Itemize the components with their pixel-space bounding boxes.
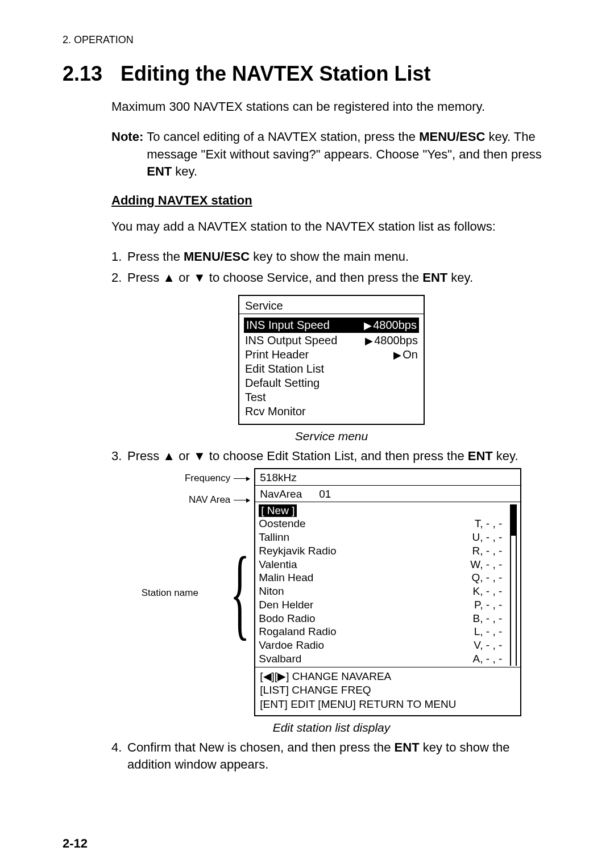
step-text: Press ▲ or ▼ to choose Edit Station List… — [127, 449, 468, 463]
station-name: Den Helder — [259, 598, 313, 612]
service-label: INS Input Speed — [246, 319, 363, 332]
station-name: Tallinn — [259, 531, 289, 544]
step-key: ENT — [468, 449, 493, 463]
station-row[interactable]: ValentiaW, - , - — [259, 558, 508, 571]
navarea-label: NavArea — [260, 488, 302, 500]
station-list: [ New ] OostendeT, - , - TallinnU, - , -… — [259, 504, 508, 665]
station-name: Reykjavik Radio — [259, 544, 336, 558]
station-name: Valentia — [259, 558, 297, 571]
new-station-item[interactable]: [ New ] — [259, 504, 297, 517]
service-row-test[interactable]: Test — [244, 391, 419, 404]
station-row[interactable]: Vardoe RadioV, - , - — [259, 639, 508, 652]
nav-area-label: NAV Area — [189, 494, 230, 506]
edit-labels-column: Frequency NAV Area Station name { — [142, 468, 250, 716]
step-3: 3. Press ▲ or ▼ to choose Edit Station L… — [111, 448, 551, 465]
service-menu-caption: Service menu — [111, 429, 551, 443]
station-row[interactable]: OostendeT, - , - — [259, 517, 508, 531]
station-code: W, - , - — [470, 558, 502, 571]
step-1: 1. Press the MENU/ESC key to show the ma… — [111, 248, 551, 266]
station-row[interactable]: Malin HeadQ, - , - — [259, 571, 508, 585]
service-row-print-header[interactable]: Print Header ▶ On — [244, 348, 419, 361]
step-4: 4. Confirm that New is chosen, and then … — [111, 739, 551, 774]
step-text: Press the — [127, 249, 184, 264]
section-title: Editing the NAVTEX Station List — [121, 62, 430, 86]
station-code: R, - , - — [472, 544, 503, 558]
adding-intro: You may add a NAVTEX station to the NAVT… — [111, 218, 551, 236]
station-row[interactable]: SvalbardA, - , - — [259, 652, 508, 666]
station-name: Rogaland Radio — [259, 625, 336, 639]
service-label: Rcv Monitor — [245, 405, 418, 418]
step-text: Press ▲ or ▼ to choose Service, and then… — [127, 270, 422, 285]
step-number: 4. — [111, 739, 127, 774]
station-name: Vardoe Radio — [259, 639, 324, 652]
step-text: key. — [493, 449, 518, 463]
note-key-ent: ENT — [147, 164, 172, 178]
step-key: ENT — [395, 740, 420, 754]
steps-list-cont: 3. Press ▲ or ▼ to choose Edit Station L… — [111, 448, 551, 465]
service-menu-box: Service INS Input Speed ▶ 4800bps INS Ou… — [238, 295, 425, 425]
service-menu-title: Service — [239, 296, 424, 314]
station-code: A, - , - — [473, 652, 503, 666]
step-key: MENU/ESC — [184, 249, 250, 264]
service-label: INS Output Speed — [245, 334, 364, 347]
station-code: V, - , - — [474, 639, 502, 652]
station-row[interactable]: TallinnU, - , - — [259, 531, 508, 544]
station-row[interactable]: Reykjavik RadioR, - , - — [259, 544, 508, 558]
station-name: Niton — [259, 585, 284, 598]
step-text: key to show the main menu. — [250, 249, 409, 264]
help-line-1: [◀][▶] CHANGE NAVAREA — [260, 670, 516, 684]
service-value: On — [403, 348, 418, 361]
station-row[interactable]: Rogaland RadioL, - , - — [259, 625, 508, 639]
station-code: K, - , - — [473, 585, 503, 598]
edit-display-caption: Edit station list display — [111, 721, 551, 735]
page-number: 2-12 — [63, 836, 551, 851]
station-name: Oostende — [259, 517, 305, 531]
service-label: Print Header — [245, 348, 392, 361]
station-name: Bodo Radio — [259, 612, 315, 625]
section-heading: 2.13 Editing the NAVTEX Station List — [63, 62, 551, 86]
station-code: B, - , - — [473, 612, 503, 625]
service-label: Default Setting — [245, 377, 418, 390]
station-code: U, - , - — [472, 531, 503, 544]
adding-heading: Adding NAVTEX station — [111, 193, 551, 208]
note-text-3: key. — [172, 164, 197, 178]
note-body: To cancel editing of a NAVTEX station, p… — [147, 128, 551, 181]
station-code: Q, - , - — [471, 571, 502, 585]
station-row[interactable]: Bodo RadioB, - , - — [259, 612, 508, 625]
step-number: 1. — [111, 248, 127, 266]
section-number: 2.13 — [63, 62, 102, 86]
note-paragraph: Note: To cancel editing of a NAVTEX stat… — [111, 128, 551, 181]
help-line-2: [LIST] CHANGE FREQ — [260, 683, 516, 698]
station-name-label: Station name — [142, 587, 198, 599]
station-name: Svalbard — [259, 652, 301, 666]
service-row-default-setting[interactable]: Default Setting — [244, 377, 419, 390]
navarea-value: 01 — [319, 488, 331, 500]
right-caret-icon: ▶ — [364, 319, 372, 332]
intro-paragraph: Maximum 300 NAVTEX stations can be regis… — [111, 98, 551, 116]
service-row-edit-station-list[interactable]: Edit Station List — [244, 362, 419, 375]
service-value: 4800bps — [374, 334, 418, 347]
step-number: 3. — [111, 448, 127, 465]
station-row[interactable]: NitonK, - , - — [259, 585, 508, 598]
step-text: key. — [447, 270, 473, 285]
right-caret-icon: ▶ — [365, 335, 373, 347]
service-row-ins-input[interactable]: INS Input Speed ▶ 4800bps — [244, 318, 419, 333]
station-row[interactable]: Den HelderP, - , - — [259, 598, 508, 612]
station-name: Malin Head — [259, 571, 313, 585]
service-value: 4800bps — [373, 319, 417, 332]
station-code: L, - , - — [474, 625, 503, 639]
service-row-rcv-monitor[interactable]: Rcv Monitor — [244, 405, 419, 418]
service-row-ins-output[interactable]: INS Output Speed ▶ 4800bps — [244, 334, 419, 347]
step-number: 2. — [111, 269, 127, 287]
scrollbar[interactable] — [510, 504, 517, 665]
service-label: Edit Station List — [245, 362, 418, 375]
step-text: Confirm that New is chosen, and then pre… — [127, 740, 395, 754]
chapter-header: 2. OPERATION — [63, 34, 551, 46]
brace-icon: { — [230, 552, 250, 634]
edit-frequency-value: 518kHz — [255, 469, 520, 485]
scroll-thumb[interactable] — [511, 504, 516, 536]
note-key-menuesc: MENU/ESC — [419, 130, 485, 144]
frequency-label: Frequency — [185, 473, 230, 484]
note-text-1: To cancel editing of a NAVTEX station, p… — [147, 130, 419, 144]
right-caret-icon: ▶ — [393, 349, 401, 361]
